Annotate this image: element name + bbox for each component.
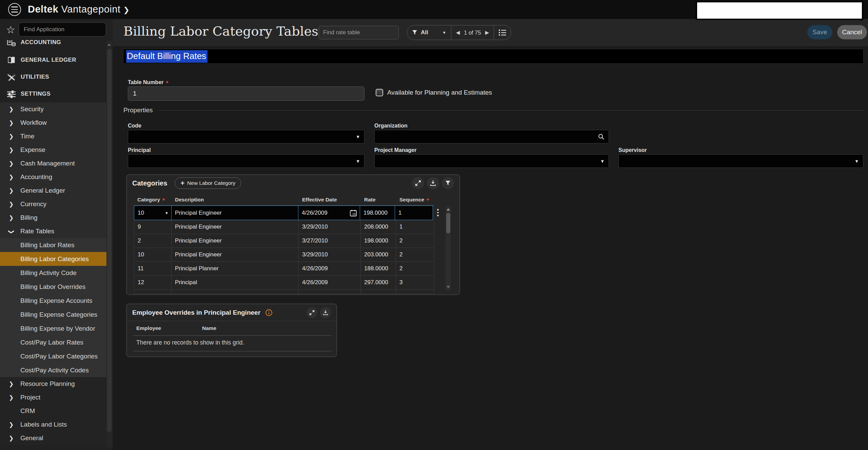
sidebar-item-billing-labor-rates[interactable]: Billing Labor Rates [0,238,107,252]
table-row[interactable]: 9 Principal Engineer 3/29/2010 208.0000 … [134,220,434,234]
category-cell-editor[interactable]: 10▼ [134,206,172,220]
description-cell-editor[interactable]: Principal Engineer [171,206,298,220]
sidebar-item-billing-expense-categories[interactable]: Billing Expense Categories [0,308,107,321]
new-labor-category-button[interactable]: +New Labor Category [175,177,241,189]
scrollbar-thumb[interactable] [107,49,112,432]
dropdown-triangle-icon[interactable]: ▼ [165,211,169,215]
table-row-selected[interactable]: 10▼ Principal Engineer 4/26/2009 15 198.… [134,206,434,220]
rate-cell-editor[interactable]: 198.0000 [360,206,395,220]
filter-dropdown[interactable]: All ▼ [407,25,451,40]
info-icon[interactable] [265,309,273,316]
sidebar-item-project[interactable]: ❯Project [0,391,107,404]
sidebar-item-utilities-main[interactable]: UTILITIES [0,69,107,85]
calendar-icon[interactable]: 15 [350,209,357,217]
next-record-icon[interactable]: ▶ [485,30,489,36]
record-name-field[interactable]: Default Billing Rates [123,49,864,64]
redacted-area [696,1,863,20]
date-cell-editor[interactable]: 4/26/2009 15 [298,206,360,220]
cancel-button[interactable]: Cancel [837,25,867,39]
accounting-icon [7,40,16,47]
sidebar-item-rate-tables[interactable]: ❯Rate Tables [0,224,107,238]
row-menu-kebab-icon[interactable] [437,209,439,216]
grid-scrollbar[interactable] [446,206,451,290]
scroll-up-arrow-icon[interactable] [447,208,450,211]
sidebar-item-general-ledger[interactable]: ❯General Ledger [0,184,107,197]
supervisor-dropdown[interactable]: ▼ [618,154,863,168]
table-row[interactable]: 11 Principal Planner 4/26/2009 188.0000 … [134,262,434,276]
grid-divider [133,335,331,336]
sidebar-item-workflow[interactable]: ❯Workflow [0,116,107,130]
sidebar-item-billing-expense-by-vendor[interactable]: Billing Expense by Vendor [0,321,107,335]
list-view-button[interactable] [494,25,511,40]
export-grid-button[interactable] [427,177,439,189]
chevron-right-icon: ❯ [9,119,14,126]
sidebar-item-general[interactable]: ❯General [0,431,107,445]
utilities-icon [7,73,16,82]
chevron-right-icon: ❯ [9,394,14,401]
code-dropdown[interactable]: ▼ [128,130,364,143]
table-row[interactable]: 12 Principal 4/26/2009 297.0000 3 [134,276,434,290]
scrollbar-thumb[interactable] [446,213,450,233]
sidebar-item-crm[interactable]: ❯CRM [0,404,107,418]
expand-grid-button[interactable] [307,307,317,318]
record-navigation-group: All ▼ ◀ 1 of 75 ▶ [407,25,511,40]
dropdown-triangle-icon: ▼ [442,31,446,35]
column-effective-date: Effective Date [299,197,361,203]
save-button[interactable]: Save [807,25,832,39]
planning-estimates-checkbox[interactable] [376,89,383,96]
sidebar-item-currency[interactable]: ❯Currency [0,197,107,211]
chevron-right-icon: ❯ [9,380,14,388]
sidebar-item-security[interactable]: ❯Security [0,102,107,116]
chevron-right-icon: ❯ [9,421,14,428]
overrides-title: Employee Overrides in Principal Engineer [132,309,260,316]
categories-panel-header: Categories +New Labor Category [127,175,459,191]
chevron-right-icon: ❯ [9,201,14,208]
column-description: Description [172,197,299,203]
organization-lookup[interactable] [374,130,609,143]
sidebar-item-accounting-main[interactable]: ACCOUNTING [0,40,107,52]
export-grid-button[interactable] [320,307,331,318]
planning-estimates-checkbox-row[interactable]: Available for Planning and Estimates [376,89,492,96]
scroll-down-arrow-icon[interactable] [447,286,450,288]
scroll-up-arrow-icon[interactable] [107,43,111,46]
sidebar-item-resource-planning[interactable]: ❯Resource Planning [0,377,107,391]
overrides-header-row: Employee Name [136,325,216,331]
sidebar-item-general-ledger-main[interactable]: GENERAL LEDGER [0,52,107,69]
brand-logo[interactable]: Deltek Vantagepoint❯ [28,4,130,15]
sidebar-item-time[interactable]: ❯Time [0,130,107,143]
grid-header-row: Category★ Description Effective Date Rat… [134,194,434,206]
page-title: Billing Labor Category Tables [123,24,318,39]
column-name: Name [202,325,216,331]
empty-grid-message: There are no records to show in this gri… [136,339,244,346]
principal-dropdown[interactable]: ▼ [128,154,364,168]
sidebar-item-billing-expense-accounts[interactable]: Billing Expense Accounts [0,294,107,308]
required-star-icon: ★ [426,197,430,202]
sidebar-item-accounting[interactable]: ❯Accounting [0,170,107,184]
filter-grid-button[interactable] [442,177,454,189]
table-row[interactable]: 10 Principal Engineer 3/29/2010 203.0000… [134,248,434,262]
expand-grid-button[interactable] [412,177,424,189]
table-row[interactable]: 2 Principal Engineer 3/27/2010 198.0000 … [134,234,434,248]
sidebar-item-cash-management[interactable]: ❯Cash Management [0,157,107,170]
sidebar-item-billing-labor-overrides[interactable]: Billing Labor Overrides [0,280,107,294]
previous-record-icon[interactable]: ◀ [456,30,460,36]
sidebar-item-settings-main[interactable]: SETTINGS [0,85,107,102]
sidebar-scrollbar[interactable] [106,41,112,448]
hamburger-menu-icon[interactable] [8,3,21,16]
find-application-input[interactable] [19,22,106,37]
sidebar-item-billing[interactable]: ❯Billing [0,211,107,224]
favorites-star-icon[interactable]: ☆ [6,24,15,36]
sidebar-item-labels-and-lists[interactable]: ❯Labels and Lists [0,418,107,431]
sidebar-item-billing-activity-code[interactable]: Billing Activity Code [0,266,107,280]
chevron-right-icon: ❯ [9,435,14,442]
sidebar-item-cost-pay-activity-codes[interactable]: Cost/Pay Activity Codes [0,363,107,377]
sidebar-item-billing-labor-categories[interactable]: Billing Labor Categories [0,252,107,266]
sidebar-item-cost-pay-labor-rates[interactable]: Cost/Pay Labor Rates [0,335,107,349]
sequence-cell-editor[interactable]: 1 [395,206,433,220]
page-indicator: 1 of 75 [464,30,481,36]
table-number-input[interactable] [128,86,364,101]
find-rate-table-input[interactable] [319,26,399,39]
sidebar-item-cost-pay-labor-categories[interactable]: Cost/Pay Labor Categories [0,349,107,363]
sidebar-item-expense[interactable]: ❯Expense [0,143,107,157]
project-manager-dropdown[interactable]: ▼ [374,154,609,168]
